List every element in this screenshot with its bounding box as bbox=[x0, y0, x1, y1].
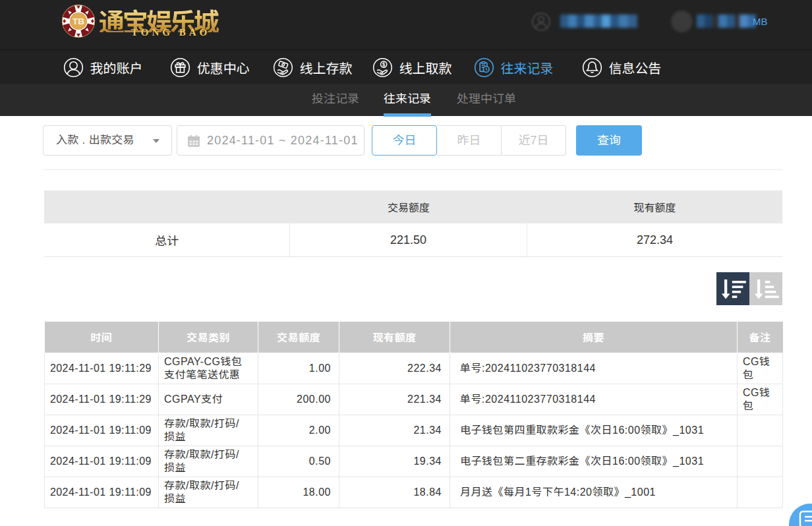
svg-text:TB: TB bbox=[72, 16, 84, 26]
